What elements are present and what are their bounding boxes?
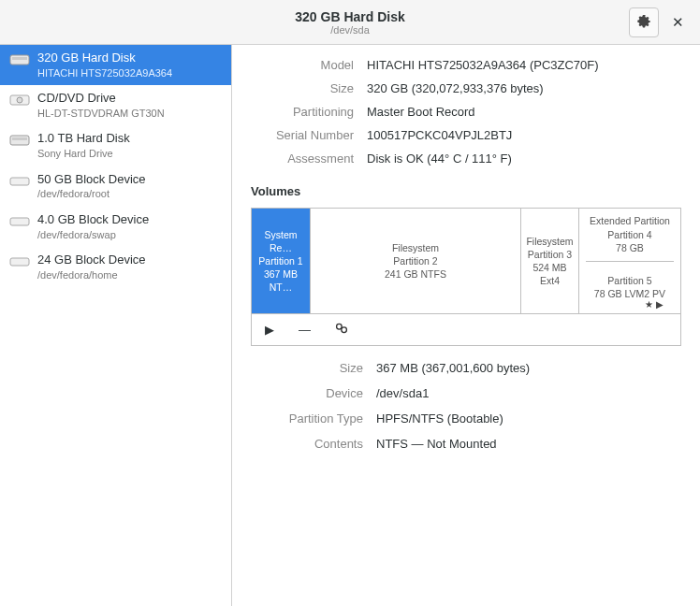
- device-item-sony[interactable]: 1.0 TB Hard Disk Sony Hard Drive: [0, 125, 231, 166]
- label-part-type: Partition Type: [251, 411, 363, 426]
- hdd-icon: [9, 133, 30, 148]
- device-item-root[interactable]: 50 GB Block Device /dev/fedora/root: [0, 166, 231, 207]
- volume-partition-3[interactable]: Filesystem Partition 3 524 MB Ext4: [521, 209, 579, 313]
- svg-rect-8: [10, 258, 29, 266]
- device-title: 24 GB Block Device: [37, 252, 222, 268]
- device-sub: /dev/fedora/swap: [37, 228, 222, 241]
- settings-button[interactable]: [629, 7, 659, 37]
- svg-rect-7: [10, 218, 29, 225]
- svg-point-3: [17, 97, 22, 103]
- volume-partition-4[interactable]: Extended Partition Partition 4 78 GB: [586, 209, 674, 262]
- volume-extended: Extended Partition Partition 4 78 GB Par…: [579, 209, 680, 313]
- label-size: Size: [251, 81, 354, 95]
- block-icon: [9, 254, 30, 269]
- window-subtitle: /dev/sda: [295, 24, 405, 36]
- svg-point-9: [337, 324, 343, 329]
- volume-options-button[interactable]: [335, 322, 348, 338]
- label-model: Model: [251, 58, 354, 72]
- block-icon: [9, 174, 30, 189]
- optical-icon: [9, 93, 30, 108]
- device-sidebar: 320 GB Hard Disk HITACHI HTS725032A9A364…: [0, 45, 232, 606]
- minus-icon: —: [299, 323, 311, 337]
- label-assessment: Assessment: [251, 152, 354, 166]
- label-part-device: Device: [251, 386, 363, 400]
- value-assessment: Disk is OK (44° C / 111° F): [367, 152, 681, 166]
- volumes-heading: Volumes: [251, 184, 681, 198]
- device-title: CD/DVD Drive: [37, 91, 222, 107]
- value-part-size: 367 MB (367,001,600 bytes): [376, 361, 681, 375]
- device-item-hitachi[interactable]: 320 GB Hard Disk HITACHI HTS725032A9A364: [0, 45, 231, 85]
- disk-detail: Model HITACHI HTS725032A9A364 (PC3ZC70F)…: [232, 45, 700, 606]
- value-model: HITACHI HTS725032A9A364 (PC3ZC70F): [367, 58, 681, 72]
- device-sub: HL-DT-STDVDRAM GT30N: [37, 107, 222, 120]
- value-partitioning: Master Boot Record: [367, 105, 681, 119]
- volume-map: System Re… Partition 1 367 MB NT… Filesy…: [251, 208, 681, 314]
- svg-rect-5: [12, 137, 27, 140]
- delete-button[interactable]: —: [299, 323, 311, 337]
- device-item-cddvd[interactable]: CD/DVD Drive HL-DT-STDVDRAM GT30N: [0, 85, 231, 125]
- device-sub: Sony Hard Drive: [37, 147, 222, 160]
- value-part-contents: NTFS — Not Mounted: [376, 437, 681, 451]
- label-part-size: Size: [251, 361, 363, 375]
- value-part-device: /dev/sda1: [376, 386, 681, 400]
- svg-rect-1: [12, 57, 27, 60]
- device-sub: HITACHI HTS725032A9A364: [37, 66, 222, 79]
- gears-icon: [335, 324, 348, 338]
- play-icon: ▶: [265, 323, 274, 337]
- value-part-type: HPFS/NTFS (Bootable): [376, 411, 681, 426]
- close-button[interactable]: ✕: [663, 7, 693, 37]
- window-title: 320 GB Hard Disk: [295, 9, 405, 24]
- volume-indicator-icons: ★ ▶: [645, 299, 664, 310]
- volume-partition-5[interactable]: Partition 5 78 GB LVM2 PV ★ ▶: [591, 262, 669, 314]
- value-size: 320 GB (320,072,933,376 bytes): [367, 81, 681, 95]
- mount-button[interactable]: ▶: [265, 323, 274, 337]
- close-icon: ✕: [672, 14, 684, 31]
- block-icon: [9, 214, 30, 229]
- hdd-icon: [9, 52, 30, 67]
- label-part-contents: Contents: [251, 437, 363, 451]
- device-title: 50 GB Block Device: [37, 172, 222, 188]
- device-title: 1.0 TB Hard Disk: [37, 131, 222, 147]
- device-item-home[interactable]: 24 GB Block Device /dev/fedora/home: [0, 247, 231, 287]
- volume-partition-1[interactable]: System Re… Partition 1 367 MB NT…: [252, 209, 311, 313]
- titlebar: 320 GB Hard Disk /dev/sda ✕: [0, 0, 700, 45]
- device-title: 4.0 GB Block Device: [37, 212, 222, 228]
- value-serial: 100517PCKC04VPJL2BTJ: [367, 128, 681, 142]
- volume-partition-2[interactable]: Filesystem Partition 2 241 GB NTFS: [311, 209, 521, 313]
- svg-rect-6: [10, 178, 29, 185]
- device-title: 320 GB Hard Disk: [37, 50, 222, 66]
- gear-icon: [636, 14, 651, 32]
- label-partitioning: Partitioning: [251, 105, 354, 119]
- label-serial: Serial Number: [251, 128, 354, 142]
- volume-toolbar: ▶ —: [251, 314, 681, 346]
- device-sub: /dev/fedora/home: [37, 268, 222, 281]
- device-item-swap[interactable]: 4.0 GB Block Device /dev/fedora/swap: [0, 207, 231, 247]
- device-sub: /dev/fedora/root: [37, 187, 222, 200]
- svg-point-10: [342, 327, 347, 333]
